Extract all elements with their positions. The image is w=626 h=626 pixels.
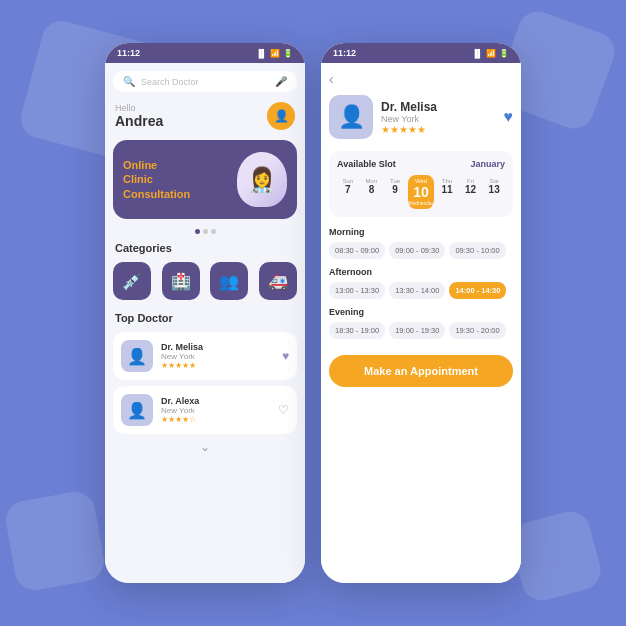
doctor-alexa-avatar: 👤: [121, 394, 153, 426]
calendar-days: Sun 7 Mon 8 Tue 9 Wed 10 Wednesday: [337, 175, 505, 209]
slot-1830[interactable]: 18:30 - 19:00: [329, 322, 385, 339]
banner-dots: [113, 229, 297, 234]
morning-section: Morning 08:30 - 09:00 09:00 - 09:30 09:3…: [329, 227, 513, 259]
doctor-alexa-heart[interactable]: ♡: [278, 403, 289, 417]
doctor-detail-heart[interactable]: ♥: [504, 108, 514, 126]
slot-1930[interactable]: 19:30 - 20:00: [449, 322, 505, 339]
status-icons-right: ▐▌ 📶 🔋: [472, 49, 509, 58]
doctor-alexa-name: Dr. Alexa: [161, 396, 270, 406]
dot-3: [211, 229, 216, 234]
doctor-melisa-stars: ★★★★★: [161, 361, 274, 370]
category-hospital[interactable]: 🏥: [162, 262, 200, 300]
search-bar[interactable]: 🔍 Search Doctor 🎤: [113, 71, 297, 92]
time-right: 11:12: [333, 48, 356, 58]
battery-icon-right: 🔋: [499, 49, 509, 58]
battery-icon: 🔋: [283, 49, 293, 58]
doctor-card-melisa[interactable]: 👤 Dr. Melisa New York ★★★★★ ♥: [113, 332, 297, 380]
left-phone: 11:12 ▐▌ 📶 🔋 🔍 Search Doctor 🎤 Hello And…: [105, 43, 305, 583]
doctor-card-alexa[interactable]: 👤 Dr. Alexa New York ★★★★☆ ♡: [113, 386, 297, 434]
wifi-icon-right: 📶: [486, 49, 496, 58]
doctor-detail-location: New York: [381, 114, 496, 124]
user-name: Andrea: [115, 113, 163, 129]
slot-0830[interactable]: 08:30 - 09:00: [329, 242, 385, 259]
slot-1900[interactable]: 19:00 - 19:30: [389, 322, 445, 339]
doctor-list: 👤 Dr. Melisa New York ★★★★★ ♥ 👤 Dr. Alex…: [113, 332, 297, 434]
available-slot-label: Available Slot: [337, 159, 396, 169]
slot-1330[interactable]: 13:30 - 14:00: [389, 282, 445, 299]
doctor-detail-header: 👤 Dr. Melisa New York ★★★★★ ♥: [329, 95, 513, 139]
cal-day-7[interactable]: Sun 7: [337, 175, 359, 209]
dot-2: [203, 229, 208, 234]
mic-icon: 🎤: [275, 76, 287, 87]
doctor-melisa-info: Dr. Melisa New York ★★★★★: [161, 342, 274, 370]
cal-day-8[interactable]: Mon 8: [361, 175, 383, 209]
greeting-section: Hello Andrea 👤: [113, 102, 297, 130]
doctor-detail-info: Dr. Melisa New York ★★★★★: [381, 100, 496, 135]
afternoon-section: Afternoon 13:00 - 13:30 13:30 - 14:00 14…: [329, 267, 513, 299]
cal-day-12[interactable]: Fri 12: [460, 175, 482, 209]
top-doctor-title: Top Doctor: [113, 312, 297, 324]
categories-list: 💉 🏥 👥 🚑: [113, 262, 297, 300]
cal-day-13[interactable]: Sat 13: [483, 175, 505, 209]
morning-label: Morning: [329, 227, 513, 237]
status-bar-left: 11:12 ▐▌ 📶 🔋: [105, 43, 305, 63]
user-avatar: 👤: [267, 102, 295, 130]
doctor-detail-name: Dr. Melisa: [381, 100, 496, 114]
wifi-icon: 📶: [270, 49, 280, 58]
categories-title: Categories: [113, 242, 297, 254]
signal-icon: ▐▌: [256, 49, 267, 58]
banner-title: Online Clinic Consultation: [123, 158, 190, 201]
doctor-alexa-info: Dr. Alexa New York ★★★★☆: [161, 396, 270, 424]
back-button[interactable]: ‹: [329, 71, 513, 87]
cal-day-11[interactable]: Thu 11: [436, 175, 458, 209]
doctor-melisa-name: Dr. Melisa: [161, 342, 274, 352]
calendar-header: Available Slot January: [337, 159, 505, 169]
doctor-detail-stars: ★★★★★: [381, 124, 496, 135]
slot-1300[interactable]: 13:00 - 13:30: [329, 282, 385, 299]
calendar-month: January: [470, 159, 505, 169]
cal-day-10[interactable]: Wed 10 Wednesday: [408, 175, 434, 209]
make-appointment-button[interactable]: Make an Appointment: [329, 355, 513, 387]
scroll-down-indicator: ⌄: [113, 440, 297, 454]
slot-0930[interactable]: 09:30 - 10:00: [449, 242, 505, 259]
category-injection[interactable]: 💉: [113, 262, 151, 300]
doctor-melisa-heart[interactable]: ♥: [282, 349, 289, 363]
right-phone: 11:12 ▐▌ 📶 🔋 ‹ 👤 Dr. Melisa New York ★★★…: [321, 43, 521, 583]
status-icons-left: ▐▌ 📶 🔋: [256, 49, 293, 58]
evening-section: Evening 18:30 - 19:00 19:00 - 19:30 19:3…: [329, 307, 513, 339]
search-icon: 🔍: [123, 76, 135, 87]
afternoon-slots: 13:00 - 13:30 13:30 - 14:00 14:00 - 14:3…: [329, 282, 513, 299]
status-bar-right: 11:12 ▐▌ 📶 🔋: [321, 43, 521, 63]
doctor-alexa-location: New York: [161, 406, 270, 415]
doctor-detail-avatar: 👤: [329, 95, 373, 139]
signal-icon-right: ▐▌: [472, 49, 483, 58]
left-phone-content: 🔍 Search Doctor 🎤 Hello Andrea 👤 Online …: [105, 63, 305, 583]
time-left: 11:12: [117, 48, 140, 58]
promo-banner[interactable]: Online Clinic Consultation 👩‍⚕️: [113, 140, 297, 219]
afternoon-label: Afternoon: [329, 267, 513, 277]
doctor-melisa-location: New York: [161, 352, 274, 361]
evening-slots: 18:30 - 19:00 19:00 - 19:30 19:30 - 20:0…: [329, 322, 513, 339]
doctor-melisa-avatar: 👤: [121, 340, 153, 372]
doctor-alexa-stars: ★★★★☆: [161, 415, 270, 424]
banner-doctor-illustration: 👩‍⚕️: [237, 152, 287, 207]
hello-text: Hello: [115, 103, 163, 113]
category-ambulance[interactable]: 🚑: [259, 262, 297, 300]
slot-0900[interactable]: 09:00 - 09:30: [389, 242, 445, 259]
dot-1: [195, 229, 200, 234]
evening-label: Evening: [329, 307, 513, 317]
right-phone-content: ‹ 👤 Dr. Melisa New York ★★★★★ ♥ Availabl…: [321, 63, 521, 583]
calendar-section: Available Slot January Sun 7 Mon 8 Tue 9: [329, 151, 513, 217]
cal-day-9[interactable]: Tue 9: [384, 175, 406, 209]
slot-1400[interactable]: 14:00 - 14:30: [449, 282, 506, 299]
search-placeholder: Search Doctor: [141, 77, 269, 87]
category-group[interactable]: 👥: [210, 262, 248, 300]
morning-slots: 08:30 - 09:00 09:00 - 09:30 09:30 - 10:0…: [329, 242, 513, 259]
